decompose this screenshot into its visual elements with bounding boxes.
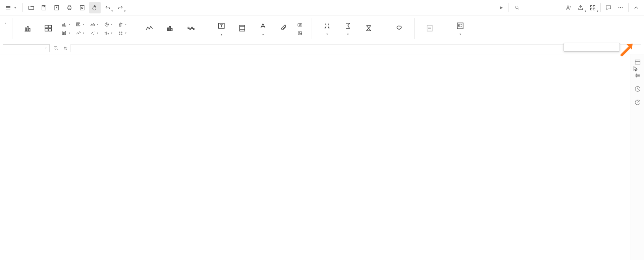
insert-hbar-chart-icon[interactable]: ▾ [74,21,86,28]
chevron-down-icon: ▾ [14,6,16,9]
object-file-button[interactable] [273,22,294,35]
menu-button[interactable]: ▾ [2,4,20,11]
svg-rect-17 [49,25,52,28]
svg-rect-19 [49,29,52,31]
hamburger-icon [6,6,10,9]
side-panel [631,54,644,260]
svg-rect-45 [192,27,193,28]
help-panel-icon[interactable] [634,99,641,106]
name-box[interactable]: ▾ [3,44,50,52]
insert-more-chart-icon[interactable]: ▾ [116,30,128,37]
svg-point-30 [92,32,93,33]
divider [600,3,601,12]
insert-stock-chart-icon[interactable]: ▾ [102,30,114,37]
forms-button[interactable]: ▾ [450,20,471,38]
svg-rect-24 [64,32,64,35]
formula-input[interactable] [70,44,641,52]
svg-rect-16 [45,25,48,28]
more-icon[interactable] [615,2,626,13]
insert-area-chart-icon[interactable]: ▾ [88,21,100,28]
svg-rect-46 [194,28,194,30]
sparkline-line-button[interactable] [139,22,160,35]
export-icon[interactable] [51,2,62,13]
svg-rect-34 [119,24,120,26]
svg-point-4 [516,6,518,8]
svg-rect-18 [45,29,48,31]
svg-rect-28 [76,25,80,26]
svg-rect-40 [167,28,168,31]
ribbon-back-icon[interactable] [1,15,10,42]
svg-rect-25 [65,31,66,35]
svg-point-39 [121,34,122,34]
undo-icon[interactable]: ▾ [102,2,113,13]
settings-panel-icon[interactable] [634,72,641,79]
history-panel-icon[interactable] [634,85,641,93]
save-icon[interactable] [38,2,50,13]
sparkline-column-button[interactable] [160,22,180,35]
svg-rect-22 [65,25,66,26]
search-icon [515,5,520,10]
svg-point-52 [299,32,300,33]
svg-point-10 [619,7,620,8]
divider [445,18,445,39]
collapse-ribbon-icon[interactable] [631,2,642,13]
header-footer-button[interactable] [232,22,253,35]
symbols-button[interactable]: ▾ [317,20,337,38]
share-icon[interactable]: ▾ [575,2,586,13]
svg-point-3 [82,7,83,8]
insert-scatter-chart-icon[interactable]: ▾ [88,30,100,37]
insert-column-chart-icon[interactable]: ▾ [60,30,71,37]
svg-point-12 [622,7,623,8]
divider [384,18,384,39]
formula-button[interactable]: ▾ [337,20,358,38]
open-icon[interactable] [25,2,37,13]
svg-rect-2 [80,5,84,10]
chart-button[interactable] [17,22,38,35]
print-icon[interactable] [64,2,75,13]
textbox-button[interactable]: ▾ [211,20,232,38]
svg-rect-1 [68,7,71,9]
hand-tool-icon[interactable] [89,2,101,13]
divider [134,18,134,39]
chart-library-button[interactable] [38,22,59,35]
hyperlink-button[interactable] [389,22,410,35]
user-add-icon[interactable] [563,2,574,13]
svg-rect-41 [169,26,170,31]
svg-rect-14 [27,26,28,31]
sparkline-winloss-button[interactable] [180,22,201,35]
chevron-down-icon: ▾ [45,47,47,50]
search-input[interactable] [511,4,561,12]
redo-icon[interactable]: ▾ [115,2,126,13]
svg-point-36 [119,32,120,32]
zoom-out-icon[interactable] [52,44,60,53]
svg-point-31 [93,34,94,34]
svg-rect-21 [64,23,65,26]
svg-rect-13 [25,28,26,31]
divider [628,3,629,12]
svg-point-50 [299,24,301,25]
svg-rect-35 [120,23,121,26]
preview-icon[interactable] [76,2,88,13]
tabs-scroll-right[interactable]: ▶ [497,4,505,12]
latex-button[interactable] [358,22,379,35]
comment-icon[interactable] [603,2,614,13]
svg-rect-8 [590,8,592,10]
svg-rect-53 [427,25,432,31]
fx-label: fx [62,46,68,51]
insert-combo-chart-icon[interactable]: ▾ [116,21,128,28]
apps-icon[interactable]: ▾ [587,2,598,13]
svg-point-38 [119,34,120,34]
forms-tooltip [564,43,620,52]
object-button[interactable] [296,30,306,37]
svg-rect-15 [29,29,30,31]
svg-rect-9 [593,8,595,10]
properties-panel-icon[interactable] [634,58,641,66]
insert-line-chart-icon[interactable]: ▾ [74,30,86,37]
svg-rect-27 [76,24,78,24]
insert-bar-chart-icon[interactable]: ▾ [60,21,71,28]
camera-button[interactable] [296,21,306,28]
svg-point-5 [567,6,569,7]
divider [22,3,23,12]
insert-pie-chart-icon[interactable]: ▾ [102,21,114,28]
wordart-button[interactable]: ▾ [253,20,273,38]
